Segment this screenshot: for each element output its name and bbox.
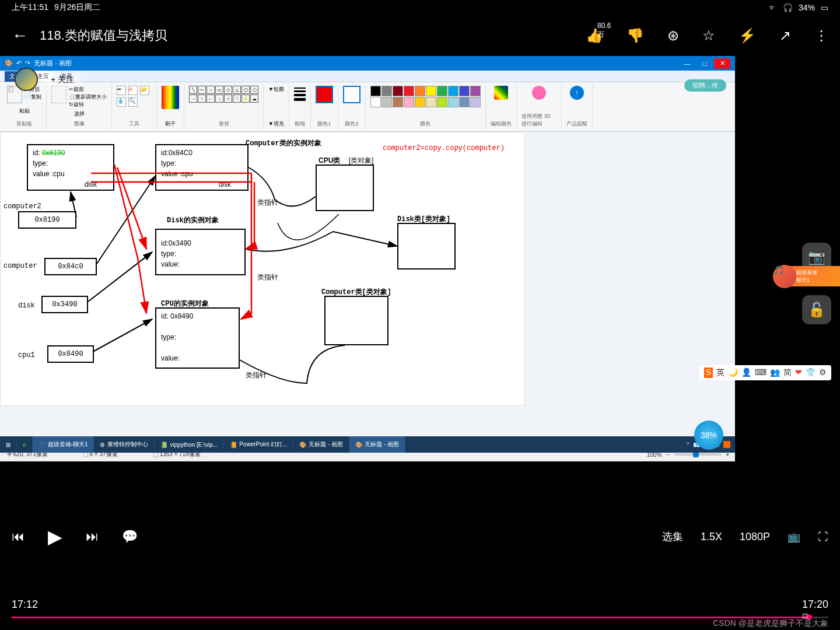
like-count: 80.6万	[597, 22, 611, 40]
date: 9月26日周二	[54, 2, 100, 13]
shapes-grid[interactable]: ╲〜○▭◇△⬠⬡→↑←↓☆♡⚡☁	[189, 86, 258, 103]
watermark: CSDN @是老虎是狮子不是大象	[713, 618, 828, 629]
color-palette[interactable]	[370, 86, 481, 107]
subtitle-button[interactable]: 📺	[788, 530, 800, 543]
wifi-icon: ᯤ	[769, 3, 777, 12]
headphones-icon: 🎧	[783, 3, 793, 12]
like-button[interactable]: 👍80.6万	[586, 27, 603, 44]
task-6[interactable]: 🎨无标题 - 画图	[349, 436, 405, 453]
quality-button[interactable]: 1080P	[740, 531, 770, 543]
performance-badge[interactable]: 38%	[694, 421, 723, 450]
zoom-slider[interactable]	[674, 453, 721, 456]
more-button[interactable]: ⋮	[814, 27, 828, 44]
video-content: + 关注 🎨↶↷ 无标题 - 画图 — □ ✕ 文件 主页 查看 招聘…传 📋✂…	[0, 56, 840, 517]
coin-button[interactable]: ⊛	[667, 27, 679, 44]
current-time: 17:12	[12, 598, 38, 611]
task-3[interactable]: 📗vippython [E:\vip...	[155, 436, 224, 453]
share-button[interactable]: ↗	[779, 27, 791, 44]
menubar: 文件 主页 查看	[0, 71, 735, 82]
svg-line-2	[88, 252, 152, 302]
windows-taskbar: ⊞ e 🎵超级音雄-聊天1 ⚙莱维特控制中心 📗vippython [E:\vi…	[0, 436, 735, 453]
start-button[interactable]: ⊞	[0, 436, 17, 453]
box-cpu-obj: id: 0x8490type:value:	[155, 307, 240, 369]
python-logo	[15, 68, 38, 91]
box-disk-obj: id:0x3490type:value:	[155, 229, 246, 275]
box-computer-obj: id:0x84C0type:value :cpu disk	[155, 144, 249, 191]
box-cpu-class	[316, 164, 374, 211]
maximize-button[interactable]: □	[696, 58, 713, 69]
titlebar: 🎨↶↷ 无标题 - 画图 — □ ✕	[0, 56, 735, 71]
svg-line-3	[94, 319, 152, 351]
color2-swatch[interactable]	[343, 86, 360, 103]
battery-pct: 34%	[799, 3, 815, 12]
total-time: 17:20	[802, 598, 828, 611]
lock-button[interactable]: 🔓	[802, 295, 831, 324]
progress-bar[interactable]: ⊡	[12, 617, 828, 618]
canvas[interactable]: Computer类的实例对象 computer2=copy.copy(compu…	[0, 132, 525, 406]
task-2[interactable]: ⚙莱维特控制中心	[94, 436, 155, 453]
canvas-area[interactable]: Computer类的实例对象 computer2=copy.copy(compu…	[0, 132, 735, 447]
time: 上午11:51	[12, 2, 48, 13]
next-button[interactable]: ⏭	[86, 529, 99, 544]
box-disk-class	[397, 223, 456, 270]
status-bar: 上午11:51 9月26日周二 ᯤ 🎧 34% ▭	[0, 0, 840, 15]
edge-icon[interactable]: e	[17, 436, 33, 453]
video-nav: ← 118.类的赋值与浅拷贝 👍80.6万 👎 ⊛ ☆ ⚡ ↗ ⋮	[0, 15, 840, 56]
window-title: 无标题 - 画图	[34, 59, 72, 68]
charge-button[interactable]: ⚡	[738, 27, 756, 44]
music-icon: 🎵	[773, 265, 796, 288]
back-button[interactable]: ←	[12, 26, 28, 45]
player-controls: ⏮ ▶ ⏭ 💬 选集 1.5X 1080P 📺 ⛶	[0, 517, 840, 556]
paint-window: + 关注 🎨↶↷ 无标题 - 画图 — □ ✕ 文件 主页 查看 招聘…传 📋✂…	[0, 56, 735, 453]
box-computer2-obj: id: 0x8190 type:value :cpu disk	[27, 144, 114, 191]
task-5[interactable]: 🎨无标题 - 画图	[293, 436, 349, 453]
play-button[interactable]: ▶	[48, 526, 62, 548]
color1-swatch[interactable]	[316, 86, 333, 103]
speed-button[interactable]: 1.5X	[701, 531, 722, 543]
ribbon: 📋✂剪切📄复制 粘贴 剪贴板 ✂裁剪⬜重新调整大小↻旋转 选择 图像 ✏A🧽💧🔍…	[0, 82, 735, 132]
favorite-button[interactable]: ☆	[702, 27, 715, 44]
box-computer-class	[324, 296, 388, 345]
minimize-button[interactable]: —	[679, 58, 695, 69]
user-badge[interactable]: 招聘…传	[684, 79, 726, 92]
close-button[interactable]: ✕	[714, 58, 730, 69]
dislike-button[interactable]: 👎	[626, 27, 644, 44]
danmaku-button[interactable]: 💬	[122, 529, 138, 544]
task-1[interactable]: 🎵超级音雄-聊天1	[33, 436, 94, 453]
task-4[interactable]: 📙PowerPoint 幻灯...	[224, 436, 293, 453]
video-title: 118.类的赋值与浅拷贝	[40, 27, 586, 44]
fullscreen-button[interactable]: ⛶	[818, 531, 828, 543]
ime-toolbar[interactable]: S英🌙👤⌨👥简❤👕⚙	[699, 365, 831, 380]
battery-icon: ▭	[821, 3, 828, 12]
prev-button[interactable]: ⏮	[12, 529, 24, 544]
follow-button[interactable]: + 关注	[44, 74, 81, 86]
episodes-button[interactable]: 选集	[662, 530, 683, 544]
music-widget[interactable]: 🎵 超级音雄聊天1	[776, 266, 840, 286]
